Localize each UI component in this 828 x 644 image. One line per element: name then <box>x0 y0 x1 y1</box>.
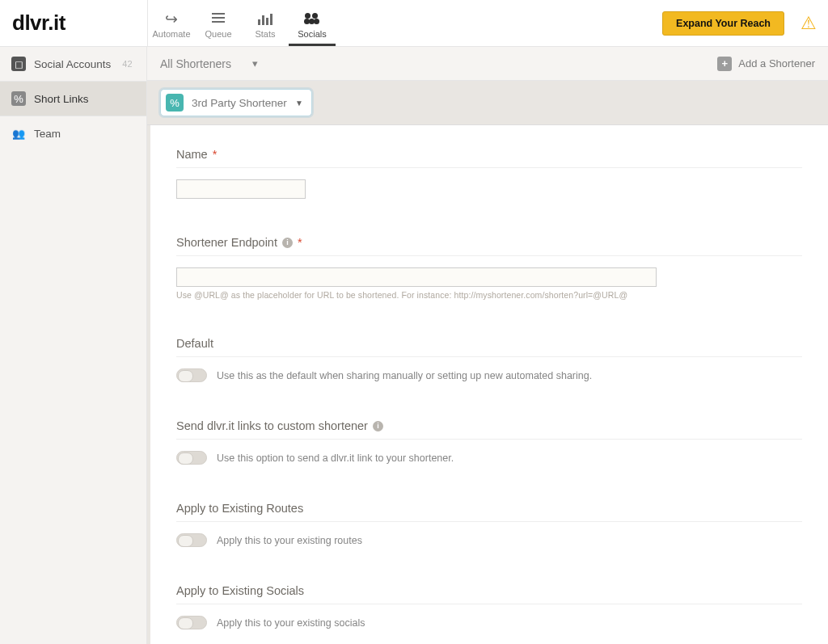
required-marker: * <box>298 236 302 249</box>
send-desc: Use this option to send a dlvr.it link t… <box>217 452 454 464</box>
content-topbar: All Shorteners ▾ + Add a Shortener <box>147 47 828 81</box>
main: ◻ Social Accounts 42 % Short Links 👥 Tea… <box>0 47 828 644</box>
nav-tab-label: Stats <box>255 29 275 39</box>
stats-icon <box>258 10 272 27</box>
shortener-form: Name * Shortener Endpoint i * Use @URL@ … <box>147 125 828 644</box>
app-header: dlvr.it Automate Queue Stats Socials <box>0 0 828 47</box>
plus-icon: + <box>717 57 732 71</box>
divider <box>176 521 802 522</box>
content: All Shorteners ▾ + Add a Shortener % 3rd… <box>147 47 828 644</box>
nav-tabs: Automate Queue Stats Socials <box>147 0 336 46</box>
nav-tab-automate[interactable]: Automate <box>148 0 195 46</box>
default-label: Default <box>176 337 213 350</box>
sidebar: ◻ Social Accounts 42 % Short Links 👥 Tea… <box>0 47 147 644</box>
social-accounts-icon: ◻ <box>11 57 26 71</box>
default-field: Default Use this as the default when sha… <box>176 337 802 382</box>
chevron-down-icon: ▾ <box>252 57 258 69</box>
all-shorteners-dropdown[interactable]: All Shorteners ▾ <box>160 57 258 70</box>
shortener-pill-label: 3rd Party Shortener <box>192 97 287 109</box>
sidebar-item-count: 42 <box>122 59 132 69</box>
nav-tab-queue[interactable]: Queue <box>195 0 242 46</box>
nav-tab-label: Queue <box>205 29 231 39</box>
nav-tab-stats[interactable]: Stats <box>242 0 289 46</box>
warning-icon[interactable]: ⚠ <box>801 13 817 34</box>
routes-field: Apply to Existing Routes Apply this to y… <box>176 502 802 547</box>
routes-label: Apply to Existing Routes <box>176 502 303 515</box>
sidebar-item-social-accounts[interactable]: ◻ Social Accounts 42 <box>0 47 146 82</box>
routes-desc: Apply this to your existing routes <box>217 535 362 546</box>
divider <box>176 604 802 604</box>
socials-label: Apply to Existing Socials <box>176 584 304 597</box>
socials-toggle[interactable] <box>176 616 207 629</box>
dropdown-label: All Shorteners <box>160 57 231 70</box>
name-input[interactable] <box>176 179 306 199</box>
endpoint-helper-text: Use @URL@ as the placeholder for URL to … <box>176 290 802 300</box>
sidebar-item-team[interactable]: 👥 Team <box>0 116 146 150</box>
header-right: Expand Your Reach ⚠ <box>662 11 828 36</box>
endpoint-label: Shortener Endpoint <box>176 236 277 249</box>
sidebar-item-label: Team <box>34 128 61 140</box>
sidebar-item-label: Social Accounts <box>34 58 111 70</box>
expand-reach-button[interactable]: Expand Your Reach <box>662 11 784 36</box>
send-label: Send dlvr.it links to custom shortener <box>176 419 368 432</box>
name-field: Name * <box>176 148 802 199</box>
socials-field: Apply to Existing Socials Apply this to … <box>176 584 802 629</box>
divider <box>176 356 802 357</box>
link-icon: % <box>166 94 184 112</box>
add-shortener-label: Add a Shortener <box>738 57 815 69</box>
endpoint-input[interactable] <box>176 267 657 287</box>
send-dlvrit-field: Send dlvr.it links to custom shortener i… <box>176 419 802 465</box>
shortener-tab-strip: % 3rd Party Shortener ▼ <box>147 81 828 125</box>
queue-icon <box>212 10 225 27</box>
info-icon[interactable]: i <box>282 238 293 248</box>
name-label: Name <box>176 148 208 161</box>
default-desc: Use this as the default when sharing man… <box>217 370 592 381</box>
socials-desc: Apply this to your existing socials <box>217 617 365 629</box>
logo: dlvr.it <box>0 11 147 36</box>
divider <box>176 439 802 440</box>
socials-icon <box>304 10 320 27</box>
short-links-icon: % <box>11 91 26 106</box>
team-icon: 👥 <box>11 126 26 141</box>
required-marker: * <box>213 148 218 161</box>
nav-tab-socials[interactable]: Socials <box>289 0 336 46</box>
add-shortener-button[interactable]: + Add a Shortener <box>717 57 815 71</box>
shortener-type-dropdown[interactable]: % 3rd Party Shortener ▼ <box>160 89 312 116</box>
sidebar-item-short-links[interactable]: % Short Links <box>0 82 146 116</box>
divider <box>176 167 802 168</box>
automate-icon <box>165 10 178 27</box>
sidebar-item-label: Short Links <box>34 93 89 105</box>
nav-tab-label: Socials <box>298 29 326 39</box>
divider <box>176 255 802 256</box>
endpoint-field: Shortener Endpoint i * Use @URL@ as the … <box>176 236 802 300</box>
caret-down-icon: ▼ <box>295 99 303 107</box>
info-icon[interactable]: i <box>373 421 383 431</box>
nav-tab-label: Automate <box>152 29 190 39</box>
send-dlvrit-toggle[interactable] <box>176 451 207 465</box>
default-toggle[interactable] <box>176 368 207 382</box>
routes-toggle[interactable] <box>176 533 207 547</box>
